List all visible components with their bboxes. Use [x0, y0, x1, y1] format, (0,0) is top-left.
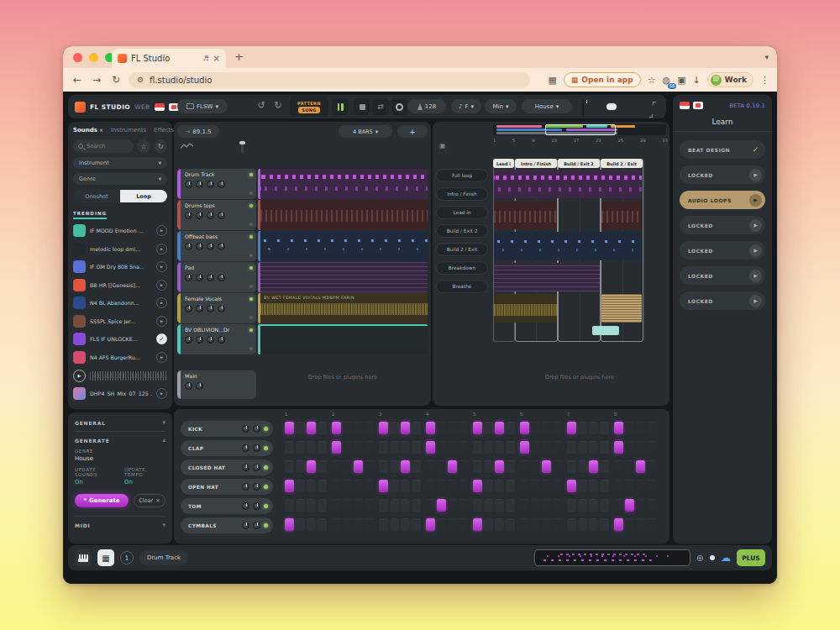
play-icon[interactable]: ▶: [156, 388, 167, 399]
pattern-name-pill[interactable]: Drum Track: [139, 550, 188, 565]
flag-icon[interactable]: [155, 103, 165, 111]
channel-knob[interactable]: [207, 212, 214, 219]
step-cell[interactable]: [412, 480, 421, 492]
step-cell[interactable]: [520, 480, 529, 492]
tab-audio-icon[interactable]: ♬: [202, 55, 208, 62]
step-cell[interactable]: [426, 422, 435, 434]
step-cell[interactable]: [625, 480, 634, 492]
channel-knob[interactable]: [207, 336, 214, 344]
step-cell[interactable]: [600, 460, 609, 473]
channel-knob[interactable]: [253, 444, 260, 452]
downloads-icon[interactable]: ↓: [693, 75, 701, 86]
step-cell[interactable]: [589, 480, 598, 492]
section-button[interactable]: Lead in: [436, 206, 488, 219]
master-volume-knob[interactable]: [582, 99, 584, 117]
step-cell[interactable]: [318, 441, 327, 454]
forward-button[interactable]: →: [90, 74, 103, 86]
play-pause-button[interactable]: [332, 98, 349, 115]
scale-select[interactable]: Min ▾: [485, 99, 517, 113]
step-cell[interactable]: [412, 499, 421, 512]
step-cell[interactable]: [589, 441, 598, 454]
learn-item[interactable]: LOCKED ▶ ✓: [680, 266, 765, 285]
sound-list-item[interactable]: FLS IF UNLOCKE... ▶ ✓: [73, 332, 167, 346]
play-icon[interactable]: ▶: [156, 244, 167, 255]
step-cell[interactable]: [448, 422, 457, 434]
step-cell[interactable]: [307, 422, 316, 434]
channel-knob[interactable]: [185, 181, 192, 188]
section-button[interactable]: Breakdown: [436, 261, 488, 275]
step-cell[interactable]: [578, 460, 587, 473]
step-cell[interactable]: [379, 441, 388, 454]
step-cell[interactable]: [567, 441, 576, 454]
channel-knob[interactable]: [207, 243, 214, 250]
step-cell[interactable]: [553, 518, 562, 531]
clip[interactable]: [494, 232, 642, 260]
cloud-sync-icon[interactable]: ☁: [721, 552, 731, 564]
section-button[interactable]: Build 2 / Exit: [436, 243, 488, 256]
instrument-filter-select[interactable]: Instrument▾: [73, 157, 167, 169]
step-cell[interactable]: [426, 441, 435, 454]
genre-filter-select[interactable]: Genre▾: [73, 173, 167, 185]
step-cell[interactable]: [484, 518, 493, 531]
step-cell[interactable]: [354, 460, 363, 473]
play-icon[interactable]: ▶: [156, 225, 167, 236]
step-cell[interactable]: [307, 460, 316, 473]
step-cell[interactable]: [506, 441, 515, 454]
clip[interactable]: [494, 263, 600, 291]
learn-item[interactable]: LOCKED ▶ ✓: [680, 216, 765, 234]
tab-close-icon[interactable]: ×: [213, 54, 220, 63]
step-cell[interactable]: [307, 518, 316, 531]
step-cell[interactable]: [614, 518, 623, 531]
step-cell[interactable]: [614, 422, 623, 434]
step-cell[interactable]: [520, 499, 529, 512]
step-cell[interactable]: [318, 422, 327, 434]
step-cell[interactable]: [520, 518, 529, 531]
mini-fader[interactable]: [241, 140, 244, 153]
step-cell[interactable]: [285, 441, 294, 454]
step-cell[interactable]: [636, 518, 645, 531]
channel-knob[interactable]: [218, 305, 225, 312]
play-icon[interactable]: ▶: [749, 270, 762, 282]
step-cell[interactable]: [379, 518, 388, 531]
step-cell[interactable]: [614, 499, 623, 512]
mute-dot[interactable]: [249, 192, 253, 195]
step-cell[interactable]: [437, 480, 446, 492]
channel-knob[interactable]: [196, 336, 203, 344]
step-cell[interactable]: [448, 460, 457, 473]
step-cell[interactable]: [506, 518, 515, 531]
channel-knob[interactable]: [242, 522, 249, 529]
step-cell[interactable]: [437, 518, 446, 531]
channel-led[interactable]: [249, 328, 253, 332]
step-cell[interactable]: [636, 499, 645, 512]
step-cell[interactable]: [365, 441, 374, 454]
step-cell[interactable]: [401, 441, 410, 454]
step-cell[interactable]: [379, 422, 388, 434]
step-cell[interactable]: [354, 441, 363, 454]
step-cell[interactable]: [636, 422, 645, 434]
channel-knob[interactable]: [207, 181, 214, 188]
step-cell[interactable]: [448, 441, 457, 454]
step-cell[interactable]: [365, 480, 374, 492]
step-cell[interactable]: [343, 480, 352, 492]
channel-knob[interactable]: [218, 181, 225, 188]
step-cell[interactable]: [412, 422, 421, 434]
clip[interactable]: [592, 326, 619, 335]
step-cell[interactable]: [567, 422, 576, 434]
step-cell[interactable]: [495, 518, 504, 531]
sound-list-item[interactable]: N4 BL Abandonn... ▶ ✓: [73, 296, 167, 310]
address-bar[interactable]: ⚙ fl.studio/studio: [129, 72, 530, 88]
step-cell[interactable]: [647, 460, 656, 473]
add-channel-button[interactable]: +: [397, 125, 428, 138]
channel-row[interactable]: BV OBLIVION...Dr: [177, 324, 256, 354]
step-cell[interactable]: [296, 499, 305, 512]
sections-icon[interactable]: ▣: [439, 142, 446, 150]
step-cell[interactable]: [614, 460, 623, 473]
learn-item[interactable]: LOCKED ▶ ✓: [680, 165, 765, 184]
step-cell[interactable]: [520, 441, 529, 454]
step-cell[interactable]: [506, 422, 515, 434]
step-cell[interactable]: [553, 499, 562, 512]
sound-list-item[interactable]: IF MOOD Emotion ... ▶ ✓: [73, 223, 167, 238]
step-cell[interactable]: [531, 480, 540, 492]
step-cell[interactable]: [390, 441, 399, 454]
step-cell[interactable]: [412, 460, 421, 473]
